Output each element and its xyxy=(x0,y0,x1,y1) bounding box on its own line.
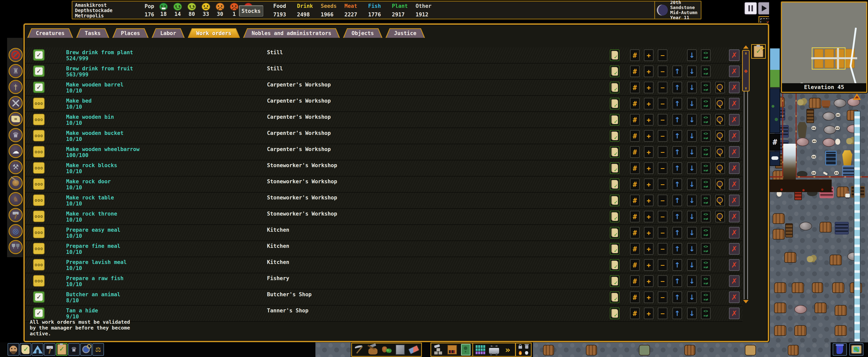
set-quantity-button[interactable]: # xyxy=(630,227,640,238)
increase-quantity-button[interactable]: + xyxy=(644,243,653,255)
validate-order-button[interactable] xyxy=(610,130,619,142)
order-conditions-button[interactable]: <>=≠ xyxy=(701,307,711,319)
stockpiles-button[interactable] xyxy=(474,344,487,355)
world-map-button[interactable] xyxy=(849,343,864,356)
increase-quantity-button[interactable]: + xyxy=(644,275,653,287)
move-up-button[interactable]: ↑ xyxy=(673,227,682,238)
remove-order-button[interactable]: ✗ xyxy=(729,178,740,190)
order-details-button[interactable] xyxy=(715,82,725,93)
order-conditions-button[interactable]: <>=≠ xyxy=(701,130,711,142)
decrease-quantity-button[interactable]: − xyxy=(658,259,668,271)
move-up-button[interactable]: ↑ xyxy=(673,195,682,206)
decrease-quantity-button[interactable]: − xyxy=(658,275,668,287)
order-conditions-button[interactable]: <>=≠ xyxy=(701,162,711,174)
order-conditions-button[interactable]: <>=≠ xyxy=(701,114,711,126)
build-button[interactable] xyxy=(433,344,444,355)
hide-toggle[interactable] xyxy=(524,350,530,356)
move-down-button[interactable]: ↓ xyxy=(687,130,697,142)
decrease-quantity-button[interactable]: − xyxy=(658,211,668,222)
tab-justice[interactable]: Justice xyxy=(385,28,425,38)
places-button[interactable] xyxy=(32,343,43,356)
move-down-button[interactable]: ↓ xyxy=(687,195,697,206)
decrease-quantity-button[interactable]: − xyxy=(658,243,668,255)
tab-tasks[interactable]: Tasks xyxy=(76,28,109,38)
order-details-button[interactable] xyxy=(715,195,725,206)
validate-order-button[interactable] xyxy=(610,114,619,126)
move-up-button[interactable]: ↑ xyxy=(673,291,682,303)
decrease-quantity-button[interactable]: − xyxy=(658,130,668,142)
move-down-button[interactable]: ↓ xyxy=(687,82,697,93)
increase-quantity-button[interactable]: + xyxy=(644,98,653,109)
tasks-button[interactable] xyxy=(20,343,31,356)
forbid-toggle[interactable] xyxy=(517,344,523,350)
set-quantity-button[interactable]: # xyxy=(630,243,640,255)
validate-order-button[interactable] xyxy=(610,227,619,238)
set-quantity-button[interactable]: # xyxy=(630,291,640,303)
tab-labor[interactable]: Labor xyxy=(152,28,185,38)
work-orders-button[interactable] xyxy=(56,343,68,356)
animals-mule-medallion[interactable]: ♞ xyxy=(8,192,23,206)
move-up-button[interactable]: ↑ xyxy=(673,66,682,77)
statue-medallion[interactable]: ♜ xyxy=(8,64,23,78)
remove-order-button[interactable]: ✗ xyxy=(729,114,740,126)
set-quantity-button[interactable]: # xyxy=(630,275,640,287)
order-conditions-button[interactable]: <>=≠ xyxy=(701,243,711,255)
decrease-quantity-button[interactable]: − xyxy=(658,146,668,158)
decrease-quantity-button[interactable]: − xyxy=(658,195,668,206)
dump-toggle[interactable] xyxy=(524,344,530,350)
remove-order-button[interactable]: ✗ xyxy=(729,307,740,319)
set-quantity-button[interactable]: # xyxy=(630,259,640,271)
tab-creatures[interactable]: Creatures xyxy=(27,28,73,38)
order-conditions-button[interactable]: <>=≠ xyxy=(701,259,711,271)
order-conditions-button[interactable]: <>=≠ xyxy=(701,146,711,158)
validate-order-button[interactable] xyxy=(610,178,619,190)
squads-swords-medallion[interactable] xyxy=(8,96,23,110)
move-down-button[interactable]: ↓ xyxy=(687,307,697,319)
set-quantity-button[interactable]: # xyxy=(630,178,640,190)
order-conditions-button[interactable]: <>=≠ xyxy=(701,50,711,61)
gather-bag-medallion[interactable] xyxy=(8,176,23,190)
move-up-button[interactable]: ↑ xyxy=(673,162,682,174)
battle-axe-medallion[interactable]: ⚒ xyxy=(8,160,23,174)
move-down-button[interactable]: ↓ xyxy=(687,50,697,61)
scrollbar-thumb[interactable]: ∧ ◆ ∨ xyxy=(742,50,750,92)
increase-quantity-button[interactable]: + xyxy=(644,259,653,271)
nobles-button[interactable]: ♛ xyxy=(68,343,80,356)
remove-order-button[interactable]: ✗ xyxy=(729,243,740,255)
weather-cloud-medallion[interactable]: ☁ xyxy=(8,144,23,158)
validate-order-button[interactable] xyxy=(610,146,619,158)
move-up-button[interactable]: ↑ xyxy=(673,307,682,319)
move-up-button[interactable]: ↑ xyxy=(673,146,682,158)
increase-quantity-button[interactable]: + xyxy=(644,66,653,77)
decrease-quantity-button[interactable]: − xyxy=(658,227,668,238)
move-down-button[interactable]: ↓ xyxy=(687,275,697,287)
validate-order-button[interactable] xyxy=(610,98,619,109)
move-down-button[interactable]: ↓ xyxy=(687,66,697,77)
melt-toggle[interactable] xyxy=(517,350,523,356)
order-details-button[interactable] xyxy=(715,98,725,109)
set-quantity-button[interactable]: # xyxy=(630,98,640,109)
increase-quantity-button[interactable]: + xyxy=(644,227,653,238)
set-quantity-button[interactable]: # xyxy=(630,162,640,174)
order-details-button[interactable] xyxy=(715,130,725,142)
increase-quantity-button[interactable]: + xyxy=(644,211,653,222)
move-down-button[interactable]: ↓ xyxy=(687,146,697,158)
labor-mallet-medallion[interactable] xyxy=(8,208,23,222)
move-up-button[interactable]: ↑ xyxy=(673,82,682,93)
increase-quantity-button[interactable]: + xyxy=(644,114,653,126)
remove-order-button[interactable]: ✗ xyxy=(729,66,740,77)
set-quantity-button[interactable]: # xyxy=(630,211,640,222)
scrollbar-up-arrow[interactable] xyxy=(743,45,749,48)
dagger-medallion[interactable]: † xyxy=(8,80,23,94)
fishing-lure-medallion[interactable]: ◎ xyxy=(8,224,23,238)
mine-button[interactable] xyxy=(353,344,365,355)
increase-quantity-button[interactable]: + xyxy=(644,307,653,319)
remove-order-button[interactable]: ✗ xyxy=(729,291,740,303)
order-conditions-button[interactable]: <>=≠ xyxy=(701,178,711,190)
validate-order-button[interactable] xyxy=(610,275,619,287)
move-up-button[interactable]: ↑ xyxy=(673,275,682,287)
decrease-quantity-button[interactable]: − xyxy=(658,114,668,126)
remove-order-button[interactable]: ✗ xyxy=(729,162,740,174)
remove-order-button[interactable]: ✗ xyxy=(729,146,740,158)
orders-scroll-medallion[interactable]: ≡ xyxy=(8,112,23,126)
